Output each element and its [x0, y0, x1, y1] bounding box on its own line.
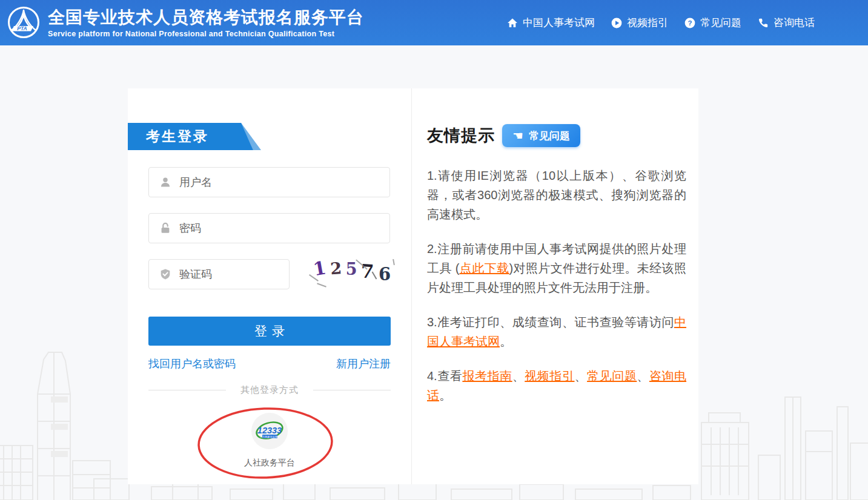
- pointing-hand-icon: ☚: [512, 130, 523, 142]
- nav-faq[interactable]: ? 常见问题: [684, 16, 741, 30]
- tip-inline-link[interactable]: 常见问题: [587, 369, 637, 383]
- brand-text: 全国专业技术人员资格考试报名服务平台 Service platform for …: [48, 7, 364, 38]
- tip-paragraph: 4.查看报考指南、视频指引、常见问题、咨询电话。: [427, 366, 686, 405]
- nav-label: 视频指引: [627, 16, 668, 30]
- header: PTA 全国专业技术人员资格考试报名服务平台 Service platform …: [0, 0, 868, 45]
- user-icon: [159, 176, 171, 188]
- page: PTA 全国专业技术人员资格考试报名服务平台 Service platform …: [0, 0, 868, 500]
- svg-text:12333: 12333: [257, 426, 282, 435]
- other-login-label: 其他登录方式: [240, 384, 299, 396]
- login-ribbon: 考生登录: [128, 123, 261, 150]
- divider-line: [313, 390, 391, 390]
- register-link[interactable]: 新用户注册: [336, 357, 391, 371]
- tip-text: 。: [500, 335, 512, 348]
- nav-phone[interactable]: 咨询电话: [758, 16, 815, 30]
- tip-paragraph: 1.请使用IE浏览器（10以上版本）、谷歌浏览器，或者360浏览器的极速模式、搜…: [427, 166, 686, 224]
- username-field: [148, 167, 390, 197]
- login-title: 考生登录: [146, 123, 209, 150]
- brand: PTA 全国专业技术人员资格考试报名服务平台 Service platform …: [7, 6, 364, 39]
- username-input[interactable]: [179, 176, 389, 189]
- divider-line: [148, 390, 226, 390]
- login-button[interactable]: 登录: [148, 317, 391, 346]
- alt-login-label: 人社政务平台: [128, 458, 411, 469]
- other-login-divider: 其他登录方式: [148, 384, 391, 396]
- tip-paragraph: 2.注册前请使用中国人事考试网提供的照片处理工具 (点此下载)对照片文件进行处理…: [427, 239, 686, 297]
- lock-open-icon: [159, 222, 171, 234]
- tips-title: 友情提示: [427, 125, 495, 146]
- captcha-field: [148, 259, 290, 289]
- tip-paragraph: 3.准考证打印、成绩查询、证书查验等请访问中国人事考试网。: [427, 312, 686, 351]
- captcha-image[interactable]: 12576: [307, 257, 397, 291]
- captcha-input[interactable]: [179, 268, 289, 281]
- tip-text: 3.准考证打印、成绩查询、证书查验等请访问: [427, 315, 674, 329]
- svg-text:?: ?: [687, 19, 692, 27]
- alt-login-logo-circle: 12333 人力资源 社会保障: [251, 413, 288, 449]
- tip-text: 、: [512, 369, 525, 383]
- tip-text: 1.请使用IE浏览器（10以上版本）、谷歌浏览器，或者360浏览器的极速模式、搜…: [427, 169, 686, 221]
- home-icon: [507, 18, 518, 28]
- alt-login-12333[interactable]: 12333 人力资源 社会保障 人社政务平台: [128, 413, 411, 469]
- top-nav: 中国人事考试网 视频指引 ? 常见问题 咨询电话: [507, 0, 815, 45]
- nav-label: 咨询电话: [774, 16, 815, 30]
- tip-inline-link[interactable]: 视频指引: [525, 369, 574, 383]
- play-circle-icon: [611, 18, 622, 28]
- login-links-row: 找回用户名或密码 新用户注册: [148, 357, 391, 371]
- question-circle-icon: ?: [684, 18, 695, 28]
- shield-check-icon: [159, 268, 171, 280]
- forgot-credentials-link[interactable]: 找回用户名或密码: [148, 357, 236, 371]
- pta-logo-icon: PTA: [7, 6, 40, 39]
- site-title: 全国专业技术人员资格考试报名服务平台: [48, 7, 364, 28]
- tips-body: 1.请使用IE浏览器（10以上版本）、谷歌浏览器，或者360浏览器的极速模式、搜…: [427, 166, 686, 420]
- main-panel: 考生登录: [128, 88, 698, 484]
- password-input[interactable]: [179, 222, 389, 235]
- tip-inline-link[interactable]: 点此下载: [459, 262, 509, 275]
- faq-button[interactable]: ☚ 常见问题: [502, 124, 580, 147]
- password-field: [148, 213, 390, 243]
- nav-label: 中国人事考试网: [523, 16, 595, 30]
- tip-text: 。: [439, 389, 451, 402]
- faq-button-label: 常见问题: [529, 129, 570, 143]
- nav-video-guide[interactable]: 视频指引: [611, 16, 668, 30]
- tips-header: 友情提示 ☚ 常见问题: [427, 124, 580, 147]
- panel-divider: [411, 88, 412, 484]
- nav-label: 常见问题: [700, 16, 741, 30]
- site-subtitle: Service platform for National Profession…: [48, 30, 364, 38]
- tip-text: 、: [637, 369, 649, 383]
- tip-text: 4.查看: [427, 369, 462, 383]
- tip-inline-link[interactable]: 报考指南: [462, 369, 512, 383]
- phone-icon: [758, 18, 769, 28]
- logo-12333-icon: 12333 人力资源 社会保障: [252, 413, 287, 449]
- svg-text:人力资源 社会保障: 人力资源 社会保障: [259, 435, 280, 438]
- tip-text: 、: [575, 369, 588, 383]
- svg-text:PTA: PTA: [17, 25, 27, 31]
- nav-china-personnel-exam-site[interactable]: 中国人事考试网: [507, 16, 595, 30]
